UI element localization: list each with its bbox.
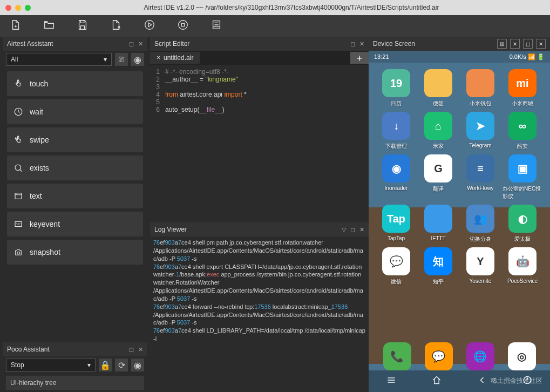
- close-panel-icon[interactable]: ✕: [536, 39, 546, 49]
- undock-icon[interactable]: ◻: [523, 39, 533, 49]
- code-editor[interactable]: 1# -*- encoding=utf8 -*-2__author__ = "k…: [150, 65, 369, 222]
- lock-icon[interactable]: 🔒: [99, 359, 112, 371]
- locate-icon[interactable]: ⊞: [497, 39, 507, 49]
- poco-tree-item[interactable]: UI-hierachy tree: [6, 376, 144, 390]
- app-知乎[interactable]: 知知乎: [418, 247, 458, 286]
- undock-icon[interactable]: ◻: [129, 346, 134, 353]
- record-icon[interactable]: ⎚: [115, 53, 128, 66]
- editor-tab[interactable]: ×untitled.air: [150, 52, 200, 64]
- log-title: Log Viewer: [154, 226, 187, 233]
- tools-icon[interactable]: ✕: [510, 39, 520, 49]
- dock-app[interactable]: ◎: [508, 342, 536, 370]
- device-screen[interactable]: 13:21 0.0K/s 📶 🔋 19日历便签小米钱包mi小米商城↓下载管理⌂米…: [369, 51, 550, 392]
- close-panel-icon[interactable]: ✕: [359, 40, 364, 48]
- filter-icon[interactable]: ▽: [342, 226, 346, 233]
- touch-icon: [13, 79, 23, 89]
- window-title: Airtest IDE v1.2.0 ~~ /var/folders/ky/31…: [38, 4, 545, 11]
- app-酷安[interactable]: ∞酷安: [503, 112, 542, 150]
- window-controls: [5, 5, 31, 11]
- assistant-filter-dropdown[interactable]: All▾: [6, 53, 112, 66]
- app-Yosemite[interactable]: YYosemite: [460, 247, 500, 286]
- app-小米商城[interactable]: mi小米商城: [503, 69, 542, 107]
- text-icon: [13, 191, 23, 201]
- wait-icon: [13, 107, 23, 117]
- status-right: 0.0K/s 📶 🔋: [510, 53, 545, 60]
- assistant-item-text[interactable]: text: [7, 184, 143, 208]
- dock-app[interactable]: 💬: [425, 342, 453, 370]
- chevron-down-icon: ▾: [104, 56, 107, 63]
- app-办公室的NEC投影仪[interactable]: ▣办公室的NEC投影仪: [503, 154, 542, 200]
- assistant-item-touch[interactable]: touch: [7, 71, 143, 96]
- chevron-down-icon: ▾: [87, 361, 91, 369]
- app-IFTTT[interactable]: IFTTT: [418, 205, 458, 243]
- app-切换分身[interactable]: 👥切换分身: [460, 205, 500, 243]
- inspect-icon[interactable]: ◉: [131, 359, 144, 371]
- refresh-icon[interactable]: ⟳: [115, 359, 128, 371]
- assistant-item-swipe[interactable]: swipe: [7, 127, 143, 152]
- app-米家[interactable]: ⌂米家: [418, 112, 458, 150]
- swipe-icon: [13, 135, 23, 145]
- log-header: Log Viewer ▽◻✕: [150, 222, 369, 236]
- app-爱太极[interactable]: ◐爱太极: [503, 205, 542, 243]
- maximize-window[interactable]: [25, 5, 31, 11]
- dock-app[interactable]: 📞: [383, 342, 411, 370]
- poco-mode-dropdown[interactable]: Stop▾: [6, 359, 96, 371]
- watermark: 稀土掘金技术社区: [491, 376, 542, 386]
- menu-icon[interactable]: [386, 375, 397, 388]
- app-PocoService[interactable]: 🤖PocoService: [503, 247, 542, 286]
- assistant-item-keyevent[interactable]: keyevent: [7, 212, 143, 236]
- snapshot-tool-icon[interactable]: ◉: [131, 53, 144, 66]
- add-tab-button[interactable]: ＋: [350, 52, 369, 64]
- svg-rect-2: [181, 23, 185, 26]
- undock-icon[interactable]: ◻: [129, 40, 134, 48]
- minimize-window[interactable]: [15, 5, 21, 11]
- svg-point-0: [145, 21, 154, 30]
- report-icon[interactable]: [211, 19, 222, 33]
- exists-icon: [13, 163, 23, 173]
- run-icon[interactable]: [144, 19, 155, 33]
- editor-title: Script Editor: [154, 40, 189, 48]
- titlebar: Airtest IDE v1.2.0 ~~ /var/folders/ky/31…: [0, 0, 550, 15]
- app-便签[interactable]: 便签: [418, 69, 458, 107]
- app-微信[interactable]: 💬微信: [376, 247, 416, 286]
- main-toolbar: [0, 15, 550, 37]
- app-小米钱包[interactable]: 小米钱包: [460, 69, 500, 107]
- device-title: Device Screen: [373, 40, 415, 48]
- app-Inoreader[interactable]: ◉Inoreader: [376, 154, 416, 200]
- assistant-item-snapshot[interactable]: snapshot: [7, 240, 143, 265]
- snapshot-icon: [13, 247, 23, 257]
- new-file-icon[interactable]: [10, 19, 22, 33]
- save-icon[interactable]: [77, 19, 89, 33]
- stop-icon[interactable]: [177, 19, 189, 33]
- poco-header: Poco Assistant ◻✕: [3, 342, 147, 356]
- log-viewer[interactable]: 76ef903a7ce4 shell pm path jp.co.cyberag…: [150, 236, 369, 392]
- close-panel-icon[interactable]: ✕: [138, 346, 143, 353]
- app-TapTap[interactable]: TapTapTap: [376, 205, 416, 243]
- phone-statusbar: 13:21 0.0K/s 📶 🔋: [369, 51, 550, 63]
- keyevent-icon: [13, 219, 23, 229]
- back-icon[interactable]: [477, 375, 487, 388]
- undock-icon[interactable]: ◻: [350, 226, 355, 233]
- app-WorkFlowy[interactable]: ≡WorkFlowy: [460, 154, 500, 200]
- assistant-title: Airtest Assistant: [7, 40, 53, 48]
- app-翻译[interactable]: G翻译: [418, 154, 458, 200]
- open-folder-icon[interactable]: [43, 19, 55, 33]
- save-as-icon[interactable]: [110, 19, 122, 33]
- close-tab-icon[interactable]: ×: [157, 54, 160, 62]
- status-time: 13:21: [374, 53, 389, 60]
- device-header: Device Screen ⊞ ✕ ◻ ✕: [369, 37, 550, 51]
- app-Telegram[interactable]: ➤Telegram: [460, 112, 500, 150]
- poco-title: Poco Assistant: [7, 346, 50, 353]
- close-panel-icon[interactable]: ✕: [138, 40, 143, 48]
- close-panel-icon[interactable]: ✕: [359, 226, 364, 233]
- editor-header: Script Editor ◻✕: [150, 37, 369, 51]
- assistant-header: Airtest Assistant ◻✕: [3, 37, 147, 51]
- undock-icon[interactable]: ◻: [350, 40, 355, 48]
- app-下载管理[interactable]: ↓下载管理: [376, 112, 416, 150]
- assistant-item-exists[interactable]: exists: [7, 156, 143, 180]
- app-日历[interactable]: 19日历: [376, 69, 416, 107]
- home-icon[interactable]: [431, 375, 442, 388]
- assistant-item-wait[interactable]: wait: [7, 99, 143, 124]
- close-window[interactable]: [5, 5, 11, 11]
- dock-app[interactable]: 🌐: [466, 342, 494, 370]
